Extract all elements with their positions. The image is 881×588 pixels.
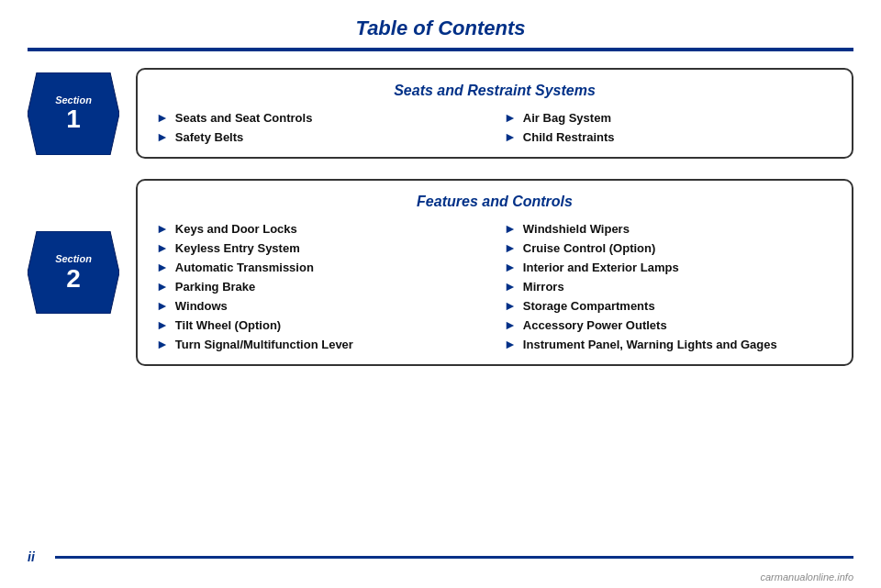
bottom-rule bbox=[55, 556, 853, 559]
right-col-2: ►Windshield Wipers►Cruise Control (Optio… bbox=[504, 221, 833, 351]
bottom-bar: ii bbox=[0, 549, 881, 564]
arrow-icon: ► bbox=[156, 260, 169, 274]
list-item: ►Turn Signal/Multifunction Lever bbox=[156, 337, 485, 351]
item-label: Turn Signal/Multifunction Lever bbox=[175, 338, 353, 351]
arrow-icon: ► bbox=[156, 221, 169, 236]
arrow-icon: ► bbox=[504, 298, 517, 313]
item-label: Automatic Transmission bbox=[175, 261, 314, 274]
item-label: Parking Brake bbox=[175, 280, 255, 294]
section-row-2: Section 2 Features and Controls►Keys and… bbox=[28, 179, 853, 366]
item-label: Air Bag System bbox=[523, 111, 611, 125]
list-item: ►Accessory Power Outlets bbox=[504, 317, 833, 332]
arrow-icon: ► bbox=[504, 240, 517, 255]
arrow-icon: ► bbox=[156, 110, 169, 125]
item-label: Windshield Wipers bbox=[523, 222, 630, 236]
section-title-1: Seats and Restraint Systems bbox=[156, 83, 833, 99]
arrow-icon: ► bbox=[504, 279, 517, 294]
main-content: Section 1 Seats and Restraint Systems►Se… bbox=[0, 51, 881, 366]
list-item: ►Storage Compartments bbox=[504, 298, 833, 313]
list-item: ►Automatic Transmission bbox=[156, 260, 485, 274]
section-badge-2: Section 2 bbox=[28, 231, 119, 314]
section-title-2: Features and Controls bbox=[156, 194, 833, 210]
item-label: Child Restraints bbox=[523, 130, 615, 144]
item-label: Safety Belts bbox=[175, 130, 243, 144]
arrow-icon: ► bbox=[504, 317, 517, 332]
arrow-icon: ► bbox=[504, 337, 517, 351]
section-badge-1: Section 1 bbox=[28, 72, 119, 155]
content-box-2: Features and Controls►Keys and Door Lock… bbox=[136, 179, 853, 366]
item-label: Tilt Wheel (Option) bbox=[175, 318, 281, 332]
arrow-icon: ► bbox=[156, 317, 169, 332]
list-item: ►Parking Brake bbox=[156, 279, 485, 294]
list-item: ►Instrument Panel, Warning Lights and Ga… bbox=[504, 337, 833, 351]
item-label: Interior and Exterior Lamps bbox=[523, 261, 679, 274]
content-box-1: Seats and Restraint Systems►Seats and Se… bbox=[136, 68, 853, 159]
item-label: Windows bbox=[175, 299, 228, 313]
list-item: ►Interior and Exterior Lamps bbox=[504, 260, 833, 274]
left-col-1: ►Seats and Seat Controls►Safety Belts bbox=[156, 110, 485, 144]
item-label: Accessory Power Outlets bbox=[523, 318, 667, 332]
arrow-icon: ► bbox=[504, 110, 517, 125]
list-item: ►Child Restraints bbox=[504, 129, 833, 144]
list-item: ►Keyless Entry System bbox=[156, 240, 485, 255]
watermark: carmanualonline.info bbox=[760, 571, 853, 582]
arrow-icon: ► bbox=[504, 221, 517, 236]
list-item: ►Tilt Wheel (Option) bbox=[156, 317, 485, 332]
left-col-2: ►Keys and Door Locks►Keyless Entry Syste… bbox=[156, 221, 485, 351]
page-number: ii bbox=[28, 549, 44, 564]
arrow-icon: ► bbox=[504, 129, 517, 144]
section-row-1: Section 1 Seats and Restraint Systems►Se… bbox=[28, 68, 853, 159]
list-item: ►Keys and Door Locks bbox=[156, 221, 485, 236]
list-item: ►Safety Belts bbox=[156, 129, 485, 144]
page-title: Table of Contents bbox=[0, 0, 881, 48]
item-label: Cruise Control (Option) bbox=[523, 241, 655, 255]
list-item: ►Cruise Control (Option) bbox=[504, 240, 833, 255]
right-col-1: ►Air Bag System►Child Restraints bbox=[504, 110, 833, 144]
item-label: Keys and Door Locks bbox=[175, 222, 297, 236]
item-label: Instrument Panel, Warning Lights and Gag… bbox=[523, 338, 777, 351]
item-label: Storage Compartments bbox=[523, 299, 655, 313]
list-item: ►Windshield Wipers bbox=[504, 221, 833, 236]
arrow-icon: ► bbox=[504, 260, 517, 274]
item-label: Seats and Seat Controls bbox=[175, 111, 313, 125]
arrow-icon: ► bbox=[156, 279, 169, 294]
list-item: ►Windows bbox=[156, 298, 485, 313]
arrow-icon: ► bbox=[156, 240, 169, 255]
item-label: Keyless Entry System bbox=[175, 241, 300, 255]
list-item: ►Seats and Seat Controls bbox=[156, 110, 485, 125]
list-item: ►Air Bag System bbox=[504, 110, 833, 125]
arrow-icon: ► bbox=[156, 337, 169, 351]
arrow-icon: ► bbox=[156, 129, 169, 144]
arrow-icon: ► bbox=[156, 298, 169, 313]
item-label: Mirrors bbox=[523, 280, 564, 294]
list-item: ►Mirrors bbox=[504, 279, 833, 294]
